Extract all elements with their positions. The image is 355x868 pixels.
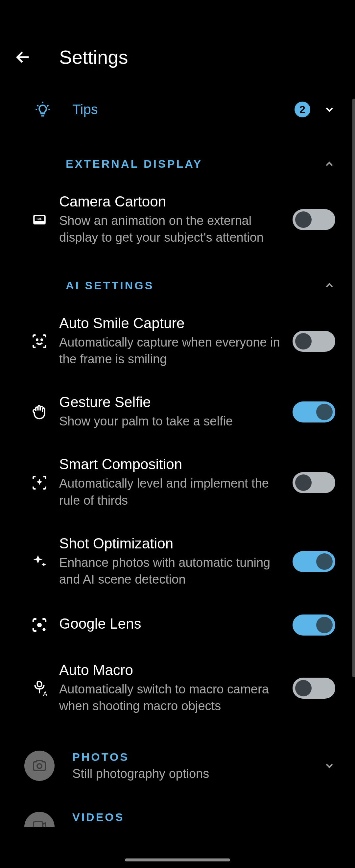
page-title: Settings — [59, 46, 128, 68]
macro-flower-icon: A — [20, 679, 59, 697]
category-title: VIDEOS — [72, 811, 335, 824]
video-icon — [24, 812, 55, 827]
lightbulb-icon — [33, 101, 53, 118]
toggle-gesture-selfie[interactable] — [293, 401, 335, 423]
svg-text:A: A — [43, 690, 47, 697]
setting-title: Gesture Selfie — [59, 394, 283, 410]
setting-title: Auto Smile Capture — [59, 315, 283, 332]
setting-row-auto-smile[interactable]: Auto Smile Capture Automatically capture… — [13, 302, 342, 381]
setting-row-google-lens[interactable]: Google Lens — [13, 601, 342, 649]
setting-title: Google Lens — [59, 616, 283, 632]
setting-subtitle: Enhance photos with automatic tuning and… — [59, 554, 283, 588]
setting-row-gesture-selfie[interactable]: Gesture Selfie Show your palm to take a … — [13, 381, 342, 443]
arrow-left-icon — [14, 49, 32, 66]
setting-subtitle: Automatically level and implement the ru… — [59, 475, 283, 509]
chevron-up-icon — [323, 279, 335, 291]
scrollbar[interactable] — [352, 99, 355, 677]
setting-title: Camera Cartoon — [59, 193, 283, 210]
setting-row-shot-optimization[interactable]: Shot Optimization Enhance photos with au… — [13, 522, 342, 601]
svg-point-11 — [37, 623, 42, 627]
svg-point-14 — [37, 764, 42, 768]
svg-point-10 — [41, 339, 42, 340]
toggle-google-lens[interactable] — [293, 615, 335, 636]
setting-subtitle: Show an animation on the external displa… — [59, 212, 283, 246]
category-subtitle: Still photography options — [72, 767, 323, 781]
category-row-photos[interactable]: PHOTOS Still photography options — [13, 738, 342, 794]
toggle-smart-composition[interactable] — [293, 472, 335, 493]
chevron-up-icon — [323, 158, 335, 170]
google-lens-icon — [20, 616, 59, 634]
tips-badge: 2 — [294, 102, 310, 117]
toggle-auto-macro[interactable] — [293, 678, 335, 699]
chevron-down-icon — [323, 760, 335, 772]
header: Settings — [0, 46, 355, 88]
composition-icon — [20, 473, 59, 492]
tips-label: Tips — [72, 102, 294, 117]
setting-subtitle: Automatically capture when everyone in t… — [59, 334, 283, 368]
setting-row-camera-cartoon[interactable]: GIF Camera Cartoon Show an animation on … — [13, 180, 342, 259]
section-title: AI SETTINGS — [66, 279, 154, 292]
category-row-videos[interactable]: VIDEOS — [13, 804, 342, 827]
svg-point-9 — [36, 339, 37, 340]
svg-line-3 — [47, 105, 48, 106]
gif-icon: GIF — [20, 211, 59, 228]
setting-title: Smart Composition — [59, 456, 283, 472]
tips-row[interactable]: Tips 2 — [13, 88, 342, 138]
section-title: EXTERNAL DISPLAY — [66, 157, 202, 170]
section-header-external-display[interactable]: EXTERNAL DISPLAY — [13, 138, 342, 180]
svg-text:GIF: GIF — [36, 217, 42, 221]
setting-title: Shot Optimization — [59, 535, 283, 552]
sparkle-icon — [20, 553, 59, 570]
toggle-auto-smile[interactable] — [293, 331, 335, 352]
hand-icon — [20, 403, 59, 421]
camera-icon — [24, 751, 55, 781]
toggle-shot-optimization[interactable] — [293, 551, 335, 572]
smile-capture-icon — [20, 332, 59, 350]
navigation-handle[interactable] — [125, 859, 230, 861]
toggle-camera-cartoon[interactable] — [293, 209, 335, 230]
section-header-ai-settings[interactable]: AI SETTINGS — [13, 259, 342, 302]
setting-row-auto-macro[interactable]: A Auto Macro Automatically switch to mac… — [13, 649, 342, 728]
setting-title: Auto Macro — [59, 662, 283, 678]
chevron-down-icon — [323, 103, 335, 115]
setting-subtitle: Show your palm to take a selfie — [59, 413, 283, 430]
back-button[interactable] — [13, 48, 33, 67]
setting-subtitle: Automatically switch to macro camera whe… — [59, 681, 283, 715]
category-title: PHOTOS — [72, 751, 323, 764]
svg-point-12 — [42, 628, 45, 631]
svg-line-2 — [37, 105, 38, 106]
svg-rect-15 — [34, 822, 43, 827]
setting-row-smart-composition[interactable]: Smart Composition Automatically level an… — [13, 443, 342, 522]
